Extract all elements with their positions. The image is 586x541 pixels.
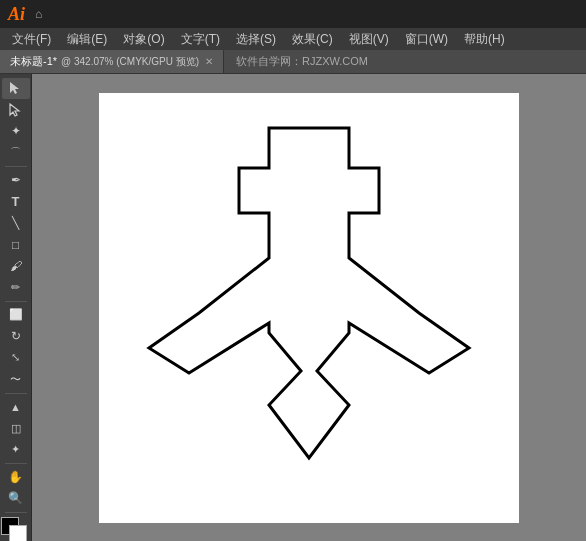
artwork-svg <box>119 113 499 503</box>
menu-help[interactable]: 帮助(H) <box>456 28 513 50</box>
shape-tool-button[interactable]: □ <box>2 234 30 255</box>
tab-active-subtitle: @ 342.07% (CMYK/GPU 预览) <box>61 55 199 69</box>
eraser-tool-button[interactable]: ⬜ <box>2 305 30 326</box>
tab-active[interactable]: 未标题-1* @ 342.07% (CMYK/GPU 预览) ✕ <box>0 50 224 73</box>
magic-wand-button[interactable]: ✦ <box>2 121 30 142</box>
canvas-area[interactable] <box>32 74 586 541</box>
menu-type[interactable]: 文字(T) <box>173 28 228 50</box>
toolbar-separator-3 <box>5 393 27 394</box>
menu-select[interactable]: 选择(S) <box>228 28 284 50</box>
svg-marker-1 <box>10 104 19 116</box>
svg-marker-0 <box>10 82 19 94</box>
tab-active-label: 未标题-1* <box>10 54 57 69</box>
tab-secondary[interactable]: 软件自学网：RJZXW.COM <box>224 50 380 73</box>
tab-close-button[interactable]: ✕ <box>205 56 213 67</box>
tab-bar: 未标题-1* @ 342.07% (CMYK/GPU 预览) ✕ 软件自学网：R… <box>0 50 586 74</box>
toolbar-separator-2 <box>5 301 27 302</box>
menu-effect[interactable]: 效果(C) <box>284 28 341 50</box>
toolbar: ✦ ⌒ ✒ T ╲ □ 🖌 ✏ ⬜ <box>0 74 32 541</box>
hand-tool-button[interactable]: ✋ <box>2 467 30 488</box>
lasso-tool-button[interactable]: ⌒ <box>2 143 30 164</box>
menu-file[interactable]: 文件(F) <box>4 28 59 50</box>
selection-tool-button[interactable] <box>2 78 30 99</box>
menu-object[interactable]: 对象(O) <box>115 28 172 50</box>
toolbar-separator-5 <box>5 512 27 513</box>
gradient-tool-button[interactable]: ◫ <box>2 418 30 439</box>
color-swatch-area[interactable] <box>1 517 31 541</box>
scale-tool-button[interactable]: ⤡ <box>2 348 30 369</box>
toolbar-separator-4 <box>5 463 27 464</box>
pen-tool-button[interactable]: ✒ <box>2 170 30 191</box>
warp-tool-button[interactable]: 〜 <box>2 369 30 390</box>
type-tool-button[interactable]: T <box>2 191 30 212</box>
canvas-document <box>99 93 519 523</box>
eyedropper-tool-button[interactable]: ✦ <box>2 439 30 460</box>
app-title-home: ⌂ <box>35 7 42 21</box>
rotate-tool-button[interactable]: ↻ <box>2 326 30 347</box>
paint-bucket-button[interactable]: ▲ <box>2 396 30 417</box>
background-color[interactable] <box>9 525 27 541</box>
menu-window[interactable]: 窗口(W) <box>397 28 456 50</box>
main-area: ✦ ⌒ ✒ T ╲ □ 🖌 ✏ ⬜ <box>0 74 586 541</box>
title-bar: Ai ⌂ <box>0 0 586 28</box>
tab-secondary-label: 软件自学网：RJZXW.COM <box>236 54 368 69</box>
menu-view[interactable]: 视图(V) <box>341 28 397 50</box>
direct-selection-button[interactable] <box>2 100 30 121</box>
brush-tool-button[interactable]: 🖌 <box>2 256 30 277</box>
toolbar-separator-1 <box>5 166 27 167</box>
menu-edit[interactable]: 编辑(E) <box>59 28 115 50</box>
pencil-tool-button[interactable]: ✏ <box>2 277 30 298</box>
line-tool-button[interactable]: ╲ <box>2 213 30 234</box>
zoom-tool-button[interactable]: 🔍 <box>2 488 30 509</box>
app-logo: Ai <box>8 4 25 25</box>
menu-bar: 文件(F) 编辑(E) 对象(O) 文字(T) 选择(S) 效果(C) 视图(V… <box>0 28 586 50</box>
